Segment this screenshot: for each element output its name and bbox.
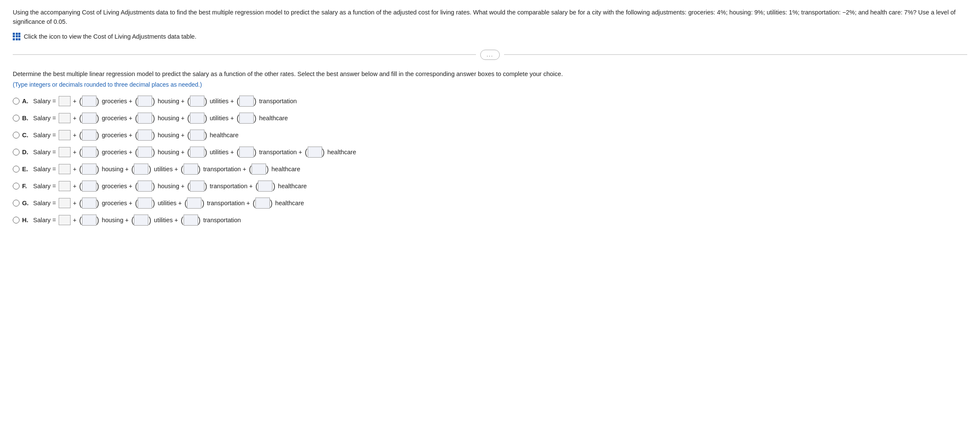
input-A-const[interactable] <box>59 96 71 106</box>
label-E: E. <box>22 166 31 172</box>
input-D-utilities[interactable] <box>190 147 204 158</box>
term-D-groceries: groceries + <box>102 149 132 155</box>
input-B-housing[interactable] <box>138 113 152 124</box>
input-C-healthcare[interactable] <box>190 130 204 141</box>
data-link-text: Click the icon to view the Cost of Livin… <box>24 33 196 40</box>
paren-box-G-2: ( ) <box>135 198 155 209</box>
plus-F-1: + <box>73 183 76 189</box>
paren-box-F-3: ( ) <box>187 181 207 192</box>
input-F-housing[interactable] <box>138 181 152 192</box>
radio-H[interactable] <box>13 217 20 223</box>
divider-dots[interactable]: ... <box>480 50 500 60</box>
paren-box-B-3: ( ) <box>187 113 207 124</box>
paren-box-D-2: ( ) <box>135 147 155 158</box>
input-C-housing[interactable] <box>138 130 152 141</box>
salary-eq-G: Salary = <box>33 200 56 206</box>
radio-G[interactable] <box>13 200 20 206</box>
paren-box-C-2: ( ) <box>135 130 155 141</box>
term-A-housing: housing + <box>158 98 184 105</box>
input-E-const[interactable] <box>59 164 71 174</box>
input-D-transportation[interactable] <box>239 147 254 158</box>
paren-box-H-1: ( ) <box>79 215 99 226</box>
salary-eq-H: Salary = <box>33 217 56 223</box>
input-G-utilities[interactable] <box>138 198 152 209</box>
salary-eq-B: Salary = <box>33 115 56 122</box>
paren-box-F-2: ( ) <box>135 181 155 192</box>
input-F-healthcare[interactable] <box>258 181 272 192</box>
input-C-const[interactable] <box>59 130 71 140</box>
option-row-C: C. Salary = + ( ) groceries + ( ) housin… <box>13 130 967 141</box>
input-E-transportation[interactable] <box>184 164 198 175</box>
input-E-healthcare[interactable] <box>252 164 266 175</box>
radio-F[interactable] <box>13 183 20 189</box>
input-B-groceries[interactable] <box>82 113 96 124</box>
label-H: H. <box>22 217 31 223</box>
paren-box-H-3: ( ) <box>181 215 201 226</box>
input-D-healthcare[interactable] <box>308 147 322 158</box>
term-D-transportation: transportation + <box>259 149 302 155</box>
input-A-groceries[interactable] <box>82 96 96 107</box>
input-C-groceries[interactable] <box>82 130 96 141</box>
label-G: G. <box>22 200 31 206</box>
label-D: D. <box>22 149 31 155</box>
input-H-transportation[interactable] <box>184 215 198 226</box>
input-F-transportation[interactable] <box>190 181 204 192</box>
plus-C-1: + <box>73 132 76 139</box>
option-row-E: E. Salary = + ( ) housing + ( ) utilitie… <box>13 164 967 175</box>
term-G-healthcare: healthcare <box>275 200 304 206</box>
term-F-healthcare: healthcare <box>278 183 307 189</box>
paren-box-G-4: ( ) <box>252 198 272 209</box>
input-A-utilities[interactable] <box>190 96 204 107</box>
input-D-housing[interactable] <box>138 147 152 158</box>
grid-icon[interactable] <box>13 33 20 40</box>
input-F-groceries[interactable] <box>82 181 96 192</box>
term-C-housing: housing + <box>158 132 184 139</box>
input-G-const[interactable] <box>59 198 71 208</box>
input-E-housing[interactable] <box>82 164 96 175</box>
input-E-utilities[interactable] <box>134 164 148 175</box>
input-A-housing[interactable] <box>138 96 152 107</box>
term-B-groceries: groceries + <box>102 115 132 122</box>
term-G-utilities: utilities + <box>158 200 182 206</box>
term-A-transportation: transportation <box>259 98 297 105</box>
input-H-utilities[interactable] <box>134 215 148 226</box>
paren-box-D-5: ( ) <box>305 147 325 158</box>
input-B-const[interactable] <box>59 113 71 123</box>
data-link-row: Click the icon to view the Cost of Livin… <box>13 33 967 40</box>
paren-box-B-1: ( ) <box>79 113 99 124</box>
paren-box-G-3: ( ) <box>184 198 204 209</box>
input-A-transportation[interactable] <box>239 96 254 107</box>
paren-box-C-1: ( ) <box>79 130 99 141</box>
salary-eq-E: Salary = <box>33 166 56 172</box>
paren-box-A-3: ( ) <box>187 96 207 107</box>
radio-E[interactable] <box>13 166 20 172</box>
input-D-const[interactable] <box>59 147 71 157</box>
term-C-healthcare: healthcare <box>210 132 239 139</box>
salary-eq-A: Salary = <box>33 98 56 105</box>
term-D-housing: housing + <box>158 149 184 155</box>
input-B-utilities[interactable] <box>190 113 204 124</box>
plus-B-1: + <box>73 115 76 122</box>
input-H-housing[interactable] <box>82 215 96 226</box>
salary-eq-F: Salary = <box>33 183 56 189</box>
intro-text: Using the accompanying Cost of Living Ad… <box>13 8 967 27</box>
radio-C[interactable] <box>13 132 20 139</box>
input-G-transportation[interactable] <box>187 198 201 209</box>
term-G-transportation: transportation + <box>207 200 250 206</box>
divider-row: ... <box>13 50 967 60</box>
label-B: B. <box>22 115 31 122</box>
paren-box-C-3: ( ) <box>187 130 207 141</box>
input-G-groceries[interactable] <box>82 198 96 209</box>
input-H-const[interactable] <box>59 215 71 225</box>
input-G-healthcare[interactable] <box>255 198 270 209</box>
input-F-const[interactable] <box>59 181 71 191</box>
input-D-groceries[interactable] <box>82 147 96 158</box>
term-F-transportation: transportation + <box>210 183 253 189</box>
plus-G-1: + <box>73 200 76 206</box>
input-B-healthcare[interactable] <box>239 113 254 124</box>
radio-A[interactable] <box>13 98 20 105</box>
option-row-D: D. Salary = + ( ) groceries + ( ) housin… <box>13 147 967 158</box>
radio-D[interactable] <box>13 149 20 155</box>
plus-D-1: + <box>73 149 76 155</box>
radio-B[interactable] <box>13 115 20 122</box>
